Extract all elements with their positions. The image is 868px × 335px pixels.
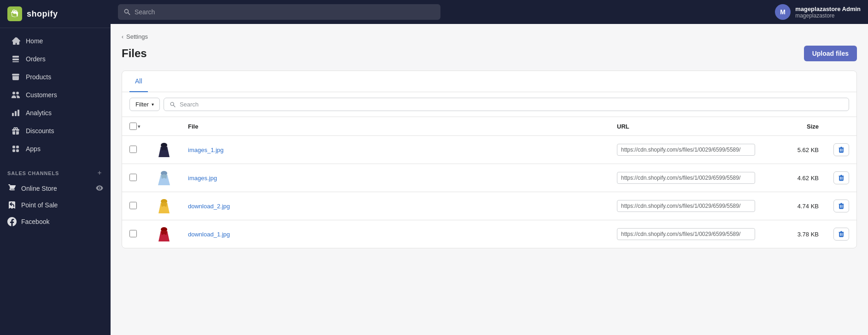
point-of-sale-label: Point of Sale [21,201,58,209]
table-header: ▾ File URL Size [122,117,856,136]
files-tbody: images_1.jpg https://cdn.shopify.com/s/f… [122,136,856,248]
topbar-right: M mageplazastore Admin mageplazastore [775,4,861,20]
sidebar-item-home-label: Home [26,37,43,45]
topbar: M mageplazastore Admin mageplazastore [111,0,868,24]
file-search-input[interactable] [180,101,843,108]
card-toolbar: Filter ▾ [122,92,856,117]
add-sales-channel-button[interactable] [96,169,103,177]
table-select-all[interactable]: ▾ [129,123,140,130]
sidebar-item-online-store[interactable]: Online Store [0,180,111,197]
delete-button-3[interactable] [833,228,849,241]
row-actions-2 [833,200,849,212]
user-info: M mageplazastore Admin mageplazastore [775,4,861,20]
facebook-label: Facebook [21,218,49,225]
table-row: download_2.jpg https://cdn.shopify.com/s… [122,192,856,220]
column-header-file: File [181,117,610,136]
breadcrumb[interactable]: ‹ Settings [122,33,857,40]
row-checkbox-0[interactable] [129,146,137,153]
sidebar-item-customers[interactable]: Customers [4,86,107,104]
search-icon [123,8,131,16]
sidebar-item-products-label: Products [26,73,51,81]
page-title: Files [122,47,147,60]
file-thumbnail-0 [155,141,173,159]
file-thumbnail-3 [155,225,173,243]
shopify-logo-icon [7,6,22,21]
sidebar-item-apps[interactable]: Apps [4,140,107,158]
file-url-2[interactable]: https://cdn.shopify.com/s/files/1/0029/6… [617,200,755,212]
sidebar-item-home[interactable]: Home [4,32,107,50]
sidebar-item-analytics-label: Analytics [26,109,52,117]
file-url-0[interactable]: https://cdn.shopify.com/s/files/1/0029/6… [617,144,755,156]
sidebar: shopify Home Orders Products Customers A… [0,0,111,335]
column-header-url: URL [610,117,771,136]
column-header-size: Size [771,117,826,136]
logo-text: shopify [27,9,58,19]
file-size-0: 5.62 KB [771,136,826,164]
table-row: images.jpg https://cdn.shopify.com/s/fil… [122,164,856,192]
page-header: Files Upload files [122,46,857,61]
card-tabs: All [122,71,856,92]
sidebar-item-customers-label: Customers [26,91,57,99]
topbar-search[interactable] [118,4,440,20]
file-size-3: 3.78 KB [771,220,826,248]
avatar: M [775,4,791,20]
upload-files-button[interactable]: Upload files [804,46,857,61]
sidebar-nav: Home Orders Products Customers Analytics… [0,28,111,162]
file-thumbnail-2 [155,197,173,215]
filter-chevron-icon: ▾ [152,102,154,107]
main-area: M mageplazastore Admin mageplazastore ‹ … [111,0,868,335]
row-actions-1 [833,171,849,184]
filter-button[interactable]: Filter ▾ [129,98,160,111]
row-checkbox-2[interactable] [129,202,137,209]
file-size-2: 4.74 KB [771,192,826,220]
file-search[interactable] [164,98,849,111]
sidebar-item-discounts[interactable]: Discounts [4,122,107,140]
file-search-icon [170,101,176,108]
user-name: mageplazastore Admin [795,6,861,12]
user-details: mageplazastore Admin mageplazastore [795,6,861,19]
file-url-3[interactable]: https://cdn.shopify.com/s/files/1/0029/6… [617,228,755,240]
row-actions-0 [833,143,849,156]
sidebar-item-analytics[interactable]: Analytics [4,104,107,122]
table-row: download_1.jpg https://cdn.shopify.com/s… [122,220,856,248]
files-table: ▾ File URL Size [122,117,856,248]
file-thumbnail-1 [155,169,173,187]
file-link-1[interactable]: images.jpg [188,175,217,182]
files-card: All Filter ▾ [122,71,857,248]
sidebar-item-facebook[interactable]: Facebook [0,213,111,230]
file-link-3[interactable]: download_1.jpg [188,231,230,238]
sidebar-item-point-of-sale[interactable]: Point of Sale [0,197,111,213]
select-all-checkbox[interactable] [129,123,137,130]
breadcrumb-chevron-icon: ‹ [122,34,123,40]
delete-button-2[interactable] [833,200,849,212]
user-store: mageplazastore [795,12,861,19]
sales-channels-header: SALES CHANNELS [0,162,111,180]
breadcrumb-parent: Settings [126,33,148,40]
file-link-0[interactable]: images_1.jpg [188,147,223,153]
delete-button-0[interactable] [833,143,849,156]
content: ‹ Settings Files Upload files All Filter… [111,24,868,335]
file-url-1[interactable]: https://cdn.shopify.com/s/files/1/0029/6… [617,172,755,184]
file-link-2[interactable]: download_2.jpg [188,203,230,210]
delete-button-1[interactable] [833,171,849,184]
sidebar-logo: shopify [0,0,111,28]
sidebar-item-orders[interactable]: Orders [4,50,107,68]
row-actions-3 [833,228,849,241]
row-checkbox-1[interactable] [129,174,137,181]
sidebar-item-discounts-label: Discounts [26,127,54,135]
sidebar-item-orders-label: Orders [26,55,46,63]
tab-all[interactable]: All [129,71,148,92]
sidebar-item-apps-label: Apps [26,145,41,153]
online-store-label: Online Store [21,185,57,192]
row-checkbox-3[interactable] [129,230,137,237]
sidebar-item-products[interactable]: Products [4,68,107,86]
file-size-1: 4.62 KB [771,164,826,192]
search-input[interactable] [135,8,435,16]
online-store-eye-icon [96,184,103,193]
table-row: images_1.jpg https://cdn.shopify.com/s/f… [122,136,856,164]
